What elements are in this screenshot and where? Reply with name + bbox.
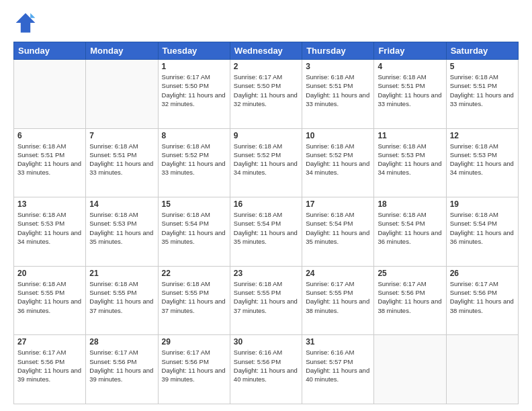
day-number: 13 — [17, 199, 82, 209]
day-info: Sunrise: 6:18 AM Sunset: 5:51 PM Dayligh… — [89, 142, 154, 177]
calendar-cell: 5Sunrise: 6:18 AM Sunset: 5:51 PM Daylig… — [446, 60, 518, 129]
day-number: 23 — [234, 269, 298, 278]
day-number: 20 — [17, 269, 82, 278]
day-number: 3 — [306, 62, 370, 71]
col-header-thursday: Thursday — [302, 42, 374, 60]
day-info: Sunrise: 6:18 AM Sunset: 5:53 PM Dayligh… — [378, 142, 442, 177]
day-info: Sunrise: 6:18 AM Sunset: 5:55 PM Dayligh… — [89, 279, 154, 315]
day-number: 24 — [306, 269, 370, 278]
day-info: Sunrise: 6:18 AM Sunset: 5:52 PM Dayligh… — [162, 142, 226, 177]
calendar-cell: 29Sunrise: 6:17 AM Sunset: 5:56 PM Dayli… — [158, 335, 230, 404]
col-header-monday: Monday — [86, 42, 158, 60]
col-header-tuesday: Tuesday — [158, 42, 230, 60]
day-info: Sunrise: 6:18 AM Sunset: 5:51 PM Dayligh… — [450, 73, 515, 108]
week-row-2: 6Sunrise: 6:18 AM Sunset: 5:51 PM Daylig… — [14, 128, 519, 197]
day-number: 11 — [378, 131, 442, 140]
calendar-cell: 10Sunrise: 6:18 AM Sunset: 5:52 PM Dayli… — [302, 128, 374, 197]
calendar-cell: 13Sunrise: 6:18 AM Sunset: 5:53 PM Dayli… — [14, 197, 86, 267]
header — [13, 11, 519, 35]
calendar-cell: 11Sunrise: 6:18 AM Sunset: 5:53 PM Dayli… — [374, 128, 446, 197]
day-info: Sunrise: 6:18 AM Sunset: 5:51 PM Dayligh… — [17, 142, 82, 177]
day-info: Sunrise: 6:18 AM Sunset: 5:54 PM Dayligh… — [450, 210, 515, 246]
calendar-cell: 16Sunrise: 6:18 AM Sunset: 5:54 PM Dayli… — [230, 197, 302, 267]
day-number: 1 — [162, 62, 226, 71]
day-number: 16 — [234, 199, 298, 209]
day-info: Sunrise: 6:16 AM Sunset: 5:57 PM Dayligh… — [306, 348, 370, 383]
calendar-cell — [446, 335, 518, 404]
day-number: 28 — [89, 337, 154, 347]
col-header-saturday: Saturday — [446, 42, 518, 60]
day-number: 4 — [378, 62, 442, 71]
day-number: 14 — [89, 199, 154, 209]
day-number: 25 — [378, 269, 442, 278]
day-info: Sunrise: 6:18 AM Sunset: 5:54 PM Dayligh… — [162, 210, 226, 246]
day-info: Sunrise: 6:17 AM Sunset: 5:56 PM Dayligh… — [162, 348, 226, 383]
day-info: Sunrise: 6:18 AM Sunset: 5:52 PM Dayligh… — [306, 142, 370, 177]
calendar-cell: 15Sunrise: 6:18 AM Sunset: 5:54 PM Dayli… — [158, 197, 230, 267]
calendar-header-row: SundayMondayTuesdayWednesdayThursdayFrid… — [14, 42, 519, 60]
calendar-cell: 6Sunrise: 6:18 AM Sunset: 5:51 PM Daylig… — [14, 128, 86, 197]
calendar-cell: 25Sunrise: 6:17 AM Sunset: 5:56 PM Dayli… — [374, 266, 446, 335]
day-number: 2 — [234, 62, 298, 71]
day-number: 15 — [162, 199, 226, 209]
calendar-cell: 4Sunrise: 6:18 AM Sunset: 5:51 PM Daylig… — [374, 60, 446, 129]
day-number: 17 — [306, 199, 370, 209]
calendar-cell — [86, 60, 158, 129]
calendar-cell: 28Sunrise: 6:17 AM Sunset: 5:56 PM Dayli… — [86, 335, 158, 404]
day-number: 5 — [450, 62, 515, 71]
week-row-5: 27Sunrise: 6:17 AM Sunset: 5:56 PM Dayli… — [14, 335, 519, 404]
day-info: Sunrise: 6:17 AM Sunset: 5:50 PM Dayligh… — [162, 73, 226, 108]
day-info: Sunrise: 6:18 AM Sunset: 5:52 PM Dayligh… — [234, 142, 298, 177]
day-info: Sunrise: 6:18 AM Sunset: 5:55 PM Dayligh… — [17, 279, 82, 315]
week-row-1: 1Sunrise: 6:17 AM Sunset: 5:50 PM Daylig… — [14, 60, 519, 129]
day-number: 6 — [17, 131, 82, 140]
day-number: 12 — [450, 131, 515, 140]
day-info: Sunrise: 6:16 AM Sunset: 5:56 PM Dayligh… — [234, 348, 298, 383]
week-row-4: 20Sunrise: 6:18 AM Sunset: 5:55 PM Dayli… — [14, 266, 519, 335]
calendar-cell: 27Sunrise: 6:17 AM Sunset: 5:56 PM Dayli… — [14, 335, 86, 404]
day-info: Sunrise: 6:18 AM Sunset: 5:55 PM Dayligh… — [162, 279, 226, 315]
calendar-cell: 3Sunrise: 6:18 AM Sunset: 5:51 PM Daylig… — [302, 60, 374, 129]
day-info: Sunrise: 6:17 AM Sunset: 5:55 PM Dayligh… — [306, 279, 370, 315]
day-info: Sunrise: 6:18 AM Sunset: 5:54 PM Dayligh… — [234, 210, 298, 246]
day-info: Sunrise: 6:18 AM Sunset: 5:53 PM Dayligh… — [450, 142, 515, 177]
calendar-cell: 1Sunrise: 6:17 AM Sunset: 5:50 PM Daylig… — [158, 60, 230, 129]
col-header-sunday: Sunday — [14, 42, 86, 60]
day-number: 29 — [162, 337, 226, 347]
day-info: Sunrise: 6:17 AM Sunset: 5:56 PM Dayligh… — [17, 348, 82, 383]
calendar-cell: 24Sunrise: 6:17 AM Sunset: 5:55 PM Dayli… — [302, 266, 374, 335]
calendar-cell: 22Sunrise: 6:18 AM Sunset: 5:55 PM Dayli… — [158, 266, 230, 335]
calendar-cell: 31Sunrise: 6:16 AM Sunset: 5:57 PM Dayli… — [302, 335, 374, 404]
day-info: Sunrise: 6:18 AM Sunset: 5:55 PM Dayligh… — [234, 279, 298, 315]
day-number: 27 — [17, 337, 82, 347]
day-info: Sunrise: 6:18 AM Sunset: 5:53 PM Dayligh… — [17, 210, 82, 246]
week-row-3: 13Sunrise: 6:18 AM Sunset: 5:53 PM Dayli… — [14, 197, 519, 267]
calendar-cell: 18Sunrise: 6:18 AM Sunset: 5:54 PM Dayli… — [374, 197, 446, 267]
day-number: 18 — [378, 199, 442, 209]
day-number: 10 — [306, 131, 370, 140]
svg-marker-1 — [30, 13, 35, 18]
col-header-friday: Friday — [374, 42, 446, 60]
day-number: 30 — [234, 337, 298, 347]
calendar-cell: 12Sunrise: 6:18 AM Sunset: 5:53 PM Dayli… — [446, 128, 518, 197]
day-number: 7 — [89, 131, 154, 140]
calendar-cell — [374, 335, 446, 404]
day-number: 21 — [89, 269, 154, 278]
day-info: Sunrise: 6:17 AM Sunset: 5:56 PM Dayligh… — [89, 348, 154, 383]
page: SundayMondayTuesdayWednesdayThursdayFrid… — [0, 0, 532, 411]
day-info: Sunrise: 6:18 AM Sunset: 5:53 PM Dayligh… — [89, 210, 154, 246]
calendar-cell — [14, 60, 86, 129]
day-info: Sunrise: 6:17 AM Sunset: 5:50 PM Dayligh… — [234, 73, 298, 108]
calendar-cell: 14Sunrise: 6:18 AM Sunset: 5:53 PM Dayli… — [86, 197, 158, 267]
calendar-cell: 20Sunrise: 6:18 AM Sunset: 5:55 PM Dayli… — [14, 266, 86, 335]
col-header-wednesday: Wednesday — [230, 42, 302, 60]
calendar-cell: 8Sunrise: 6:18 AM Sunset: 5:52 PM Daylig… — [158, 128, 230, 197]
calendar-cell: 21Sunrise: 6:18 AM Sunset: 5:55 PM Dayli… — [86, 266, 158, 335]
calendar-cell: 30Sunrise: 6:16 AM Sunset: 5:56 PM Dayli… — [230, 335, 302, 404]
day-number: 19 — [450, 199, 515, 209]
logo-icon — [13, 11, 38, 35]
calendar-cell: 9Sunrise: 6:18 AM Sunset: 5:52 PM Daylig… — [230, 128, 302, 197]
logo — [13, 11, 40, 35]
calendar-cell: 7Sunrise: 6:18 AM Sunset: 5:51 PM Daylig… — [86, 128, 158, 197]
day-number: 31 — [306, 337, 370, 347]
